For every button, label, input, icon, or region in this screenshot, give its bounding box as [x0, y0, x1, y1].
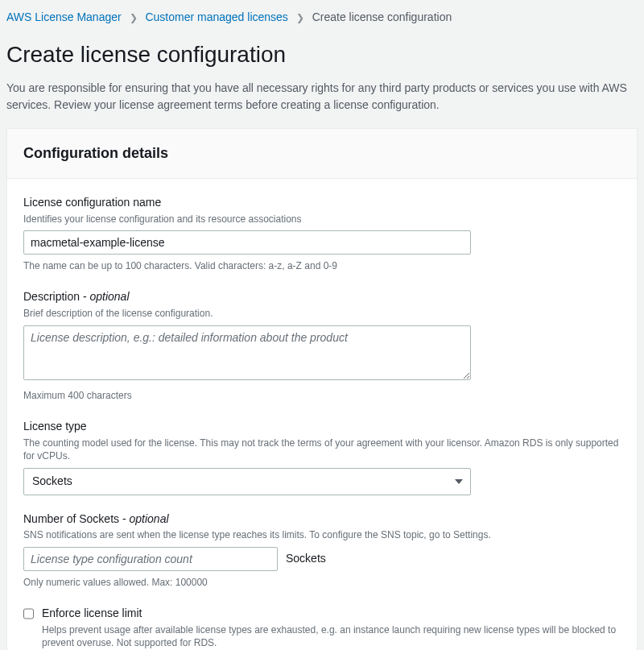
license-name-input[interactable]	[23, 230, 471, 255]
license-name-field: License configuration name Identifies yo…	[23, 195, 621, 273]
page-description: You are responsible for ensuring that yo…	[0, 80, 644, 128]
license-type-selected: Sockets	[32, 474, 72, 487]
sockets-field: Number of Sockets - optional SNS notific…	[23, 511, 621, 590]
sockets-hint: Only numeric values allowed. Max: 100000	[23, 576, 621, 590]
breadcrumb-mid-link[interactable]: Customer managed licenses	[145, 10, 287, 23]
description-label: Description - optional	[23, 289, 621, 305]
enforce-limit-label: Enforce license limit	[42, 606, 621, 622]
chevron-right-icon: ❯	[296, 11, 304, 25]
panel-header: Configuration details	[7, 129, 637, 179]
chevron-right-icon: ❯	[130, 11, 138, 25]
license-name-label: License configuration name	[23, 195, 621, 211]
caret-down-icon	[455, 479, 463, 484]
description-field: Description - optional Brief description…	[23, 289, 621, 403]
sockets-help: SNS notifications are sent when the lice…	[23, 528, 621, 542]
description-hint: Maximum 400 characters	[23, 389, 621, 403]
sockets-label: Number of Sockets - optional	[23, 511, 621, 528]
sockets-suffix: Sockets	[286, 551, 326, 567]
breadcrumb: AWS License Manager ❯ Customer managed l…	[0, 0, 644, 31]
license-name-help: Identifies your license configuration an…	[23, 213, 621, 226]
sockets-count-input[interactable]	[23, 547, 278, 571]
license-type-help: The counting model used for the license.…	[23, 437, 621, 464]
breadcrumb-current: Create license configuration	[312, 10, 452, 23]
enforce-limit-field: Enforce license limit Helps prevent usag…	[23, 606, 621, 650]
license-type-label: License type	[23, 419, 621, 435]
license-type-field: License type The counting model used for…	[23, 419, 621, 495]
breadcrumb-root-link[interactable]: AWS License Manager	[6, 10, 122, 23]
enforce-limit-checkbox[interactable]	[23, 607, 34, 620]
configuration-details-panel: Configuration details License configurat…	[6, 128, 638, 650]
enforce-limit-help: Helps prevent usage after available lice…	[42, 623, 621, 651]
page-title: Create license configuration	[0, 31, 644, 80]
panel-title: Configuration details	[23, 143, 621, 164]
description-textarea[interactable]	[23, 325, 471, 380]
description-help: Brief description of the license configu…	[23, 307, 621, 321]
license-name-hint: The name can be up to 100 characters. Va…	[23, 259, 621, 273]
license-type-select[interactable]: Sockets	[23, 468, 471, 495]
